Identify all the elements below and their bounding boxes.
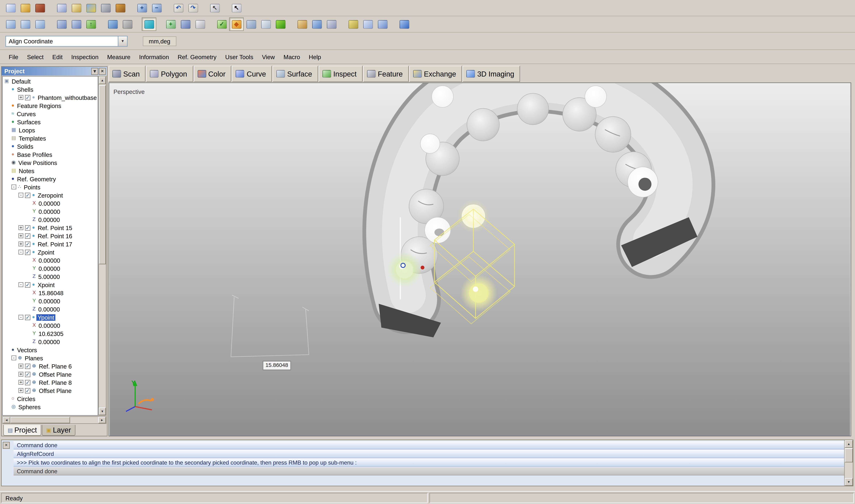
chevron-down-icon[interactable]: ▼ — [118, 36, 127, 46]
panel-menu-icon[interactable]: ▾ — [91, 68, 98, 75]
tree-expander-icon[interactable]: + — [18, 372, 23, 377]
tree-expander-icon[interactable]: - — [18, 193, 23, 198]
menu-measure[interactable]: Measure — [103, 51, 135, 62]
scroll-down-icon[interactable]: ▼ — [99, 408, 106, 415]
export-part-icon[interactable] — [346, 17, 360, 31]
mesh-sphere-icon[interactable] — [324, 17, 339, 31]
tree-expander-icon[interactable]: + — [18, 225, 23, 230]
tree-item-zeropoint[interactable]: - ✓ ● Zeropoint — [3, 191, 98, 199]
tree-coordinate-x[interactable]: X 0.00000 — [3, 256, 98, 264]
green-ball-icon[interactable] — [273, 17, 288, 31]
tree-item-curves[interactable]: ≈ Curves — [3, 110, 98, 118]
tree-checkbox[interactable]: ✓ — [25, 372, 30, 377]
tab-inspect[interactable]: Inspect — [319, 66, 363, 82]
tree-coordinate-y[interactable]: Y 10.62305 — [3, 329, 98, 338]
tree-coordinate-y[interactable]: Y 0.00000 — [3, 207, 98, 215]
report-icon[interactable] — [113, 1, 128, 15]
tab-surface[interactable]: Surface — [272, 66, 318, 82]
scroll-up-icon[interactable]: ▲ — [99, 76, 106, 84]
tab-polygon[interactable]: Polygon — [146, 66, 193, 82]
pick-tool-icon[interactable]: ↖ — [207, 1, 222, 15]
scrollbar-thumb[interactable] — [845, 448, 853, 462]
project-panel-header[interactable]: Project ▾ × — [2, 67, 107, 75]
zoom-fit-icon[interactable] — [33, 17, 47, 31]
tree-checkbox[interactable]: ✓ — [25, 193, 30, 198]
tree-coordinate-z[interactable]: Z 5.00000 — [3, 272, 98, 281]
cloud-data-icon[interactable] — [360, 17, 375, 31]
tree-expander-icon[interactable]: - — [18, 250, 23, 254]
tree-item-loops[interactable]: ▦ Loops — [3, 126, 98, 134]
export-icon[interactable] — [69, 1, 84, 15]
tree-item-ref-plane-6[interactable]: + ✓ ⊕ Ref. Plane 6 — [3, 362, 98, 370]
tree-item-ypoint[interactable]: - ✓ ● Ypoint — [3, 313, 98, 321]
console-scrollbar[interactable]: ▲ ▼ — [844, 440, 853, 486]
tree-item-planes[interactable]: - ⊕ Planes — [3, 354, 98, 362]
scrollbar-thumb[interactable] — [99, 85, 106, 264]
tree-item-feature-regions[interactable]: ● Feature Regions — [3, 102, 98, 110]
scroll-down-icon[interactable]: ▼ — [845, 478, 853, 486]
layer-tab[interactable]: ▣ Layer — [42, 425, 75, 436]
probe-box-icon[interactable] — [295, 17, 309, 31]
menu-inspection[interactable]: Inspection — [67, 51, 103, 62]
tree-coordinate-z[interactable]: Z 0.00000 — [3, 215, 98, 223]
scrollbar-thumb[interactable] — [10, 417, 70, 423]
caliper-icon[interactable] — [309, 17, 324, 31]
tree-item-offset-plane-1[interactable]: + ✓ ⊕ Offset Plane — [3, 370, 98, 378]
shaded-view-icon[interactable] — [142, 17, 156, 31]
tree-checkbox[interactable]: ✓ — [25, 95, 30, 100]
tree-expander-icon[interactable]: + — [18, 95, 23, 100]
tree-item-ref-point-17[interactable]: + ✓ ● Ref. Point 17 — [3, 240, 98, 248]
menu-view[interactable]: View — [258, 51, 279, 62]
menu-edit[interactable]: Edit — [48, 51, 67, 62]
tree-checkbox[interactable]: ✓ — [25, 225, 30, 231]
tree-item-ref-plane-8[interactable]: + ✓ ⊕ Ref. Plane 8 — [3, 378, 98, 386]
tab-scan[interactable]: Scan — [109, 66, 146, 82]
system-info-icon[interactable] — [98, 1, 113, 15]
tree-checkbox[interactable]: ✓ — [25, 363, 30, 369]
scrollbar-track[interactable] — [70, 417, 98, 423]
viewport-canvas[interactable]: Perspective 15.86048 Y — [109, 83, 851, 436]
tree-coordinate-x[interactable]: X 15.86048 — [3, 289, 98, 297]
tree-item-templates[interactable]: ▤ Templates — [3, 134, 98, 142]
scroll-up-icon[interactable]: ▲ — [845, 440, 853, 448]
tree-item-ref-point-16[interactable]: + ✓ ● Ref. Point 16 — [3, 232, 98, 240]
tree-item-solids[interactable]: ● Solids — [3, 142, 98, 150]
tree-item-notes[interactable]: ▤ Notes — [3, 167, 98, 175]
tree-checkbox[interactable]: ✓ — [25, 241, 30, 247]
sphere-pair-icon[interactable] — [244, 17, 259, 31]
tree-coordinate-z[interactable]: Z 0.00000 — [3, 305, 98, 313]
menu-information[interactable]: Information — [135, 51, 173, 62]
import-icon[interactable] — [54, 1, 69, 15]
tab-exchange[interactable]: Exchange — [409, 66, 462, 82]
tree-item-zpoint[interactable]: - ✓ ● Zpoint — [3, 248, 98, 256]
tree-checkbox[interactable]: ✓ — [25, 250, 30, 255]
menu-macro[interactable]: Macro — [279, 51, 305, 62]
globe-off-icon[interactable] — [120, 17, 135, 31]
menu-select[interactable]: Select — [23, 51, 48, 62]
tree-item-ref-geometry[interactable]: ● Ref. Geometry — [3, 175, 98, 183]
tab-3d-imaging[interactable]: 3D Imaging — [463, 66, 520, 82]
tab-color[interactable]: Color — [194, 66, 232, 82]
scrollbar-track[interactable] — [845, 462, 853, 478]
previous-view-icon[interactable]: ↑ — [84, 17, 98, 31]
data-table-icon[interactable] — [193, 17, 207, 31]
tree-item-offset-plane-2[interactable]: + ✓ ⊕ Offset Plane — [3, 386, 98, 395]
tree-expander-icon[interactable]: + — [18, 364, 23, 368]
scroll-left-icon[interactable]: ◄ — [3, 417, 10, 423]
redo-icon[interactable]: ↷ — [186, 1, 200, 15]
zoom-out-icon[interactable]: − — [149, 1, 164, 15]
region-mode-icon[interactable]: + — [163, 17, 178, 31]
cursor-tool-icon[interactable]: ↖ — [229, 1, 244, 15]
tree-item-spheres[interactable]: ◎ Spheres — [3, 403, 98, 411]
current-tool-icon[interactable]: ◆ — [229, 17, 244, 31]
tree-coordinate-x[interactable]: X 0.00000 — [3, 321, 98, 329]
tree-expander-icon[interactable]: + — [18, 241, 23, 246]
layer-stack-icon[interactable] — [178, 17, 193, 31]
tree-item-shells[interactable]: ● Shells — [3, 85, 98, 93]
tree-coordinate-x[interactable]: X 0.00000 — [3, 199, 98, 207]
tree-item-vectors[interactable]: ● Vectors — [3, 346, 98, 354]
tree-coordinate-y[interactable]: Y 0.00000 — [3, 297, 98, 305]
scrollbar-track[interactable] — [99, 264, 106, 408]
new-file-icon[interactable] — [3, 1, 18, 15]
rotate-view-icon[interactable] — [69, 17, 84, 31]
